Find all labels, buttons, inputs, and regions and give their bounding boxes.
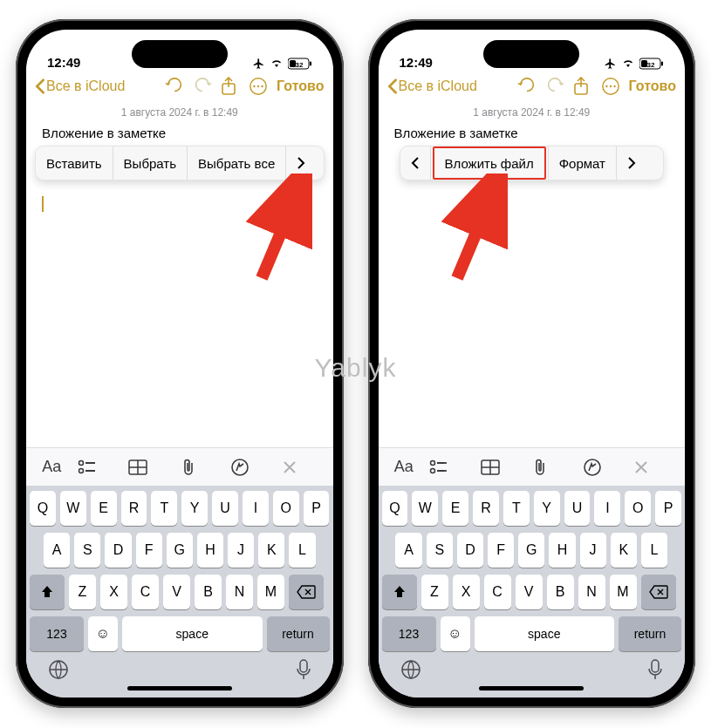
menu-format[interactable]: Формат: [549, 146, 616, 180]
markup-button[interactable]: [583, 458, 634, 477]
key-p[interactable]: P: [655, 491, 681, 526]
key-z[interactable]: Z: [421, 575, 448, 609]
key-v[interactable]: V: [163, 575, 190, 609]
key-m[interactable]: M: [257, 575, 284, 609]
key-y[interactable]: Y: [534, 491, 560, 526]
key-k[interactable]: K: [258, 533, 284, 568]
shift-key[interactable]: [382, 575, 417, 609]
key-e[interactable]: E: [442, 491, 468, 526]
key-c[interactable]: C: [132, 575, 159, 609]
key-i[interactable]: I: [594, 491, 620, 526]
format-aa-button[interactable]: Aa: [379, 458, 430, 476]
key-f[interactable]: F: [136, 533, 162, 568]
key-l[interactable]: L: [641, 533, 667, 568]
checklist-button[interactable]: [78, 459, 129, 475]
key-x[interactable]: X: [100, 575, 127, 609]
key-t[interactable]: T: [503, 491, 530, 526]
menu-paste[interactable]: Вставить: [36, 146, 113, 180]
emoji-key[interactable]: ☺: [441, 616, 470, 651]
key-w[interactable]: W: [412, 491, 438, 526]
key-b[interactable]: B: [547, 575, 574, 609]
return-key[interactable]: return: [619, 616, 681, 651]
key-s[interactable]: S: [427, 533, 453, 568]
share-button[interactable]: [221, 77, 243, 96]
return-key[interactable]: return: [267, 616, 330, 651]
emoji-key[interactable]: ☺: [88, 616, 118, 651]
phone-frame-left: 12:49 32 Все в iCloud: [16, 19, 344, 708]
key-y[interactable]: Y: [181, 491, 208, 526]
backspace-key[interactable]: [289, 575, 324, 609]
note-body[interactable]: [26, 180, 333, 447]
key-v[interactable]: V: [516, 575, 543, 609]
key-r[interactable]: R: [121, 491, 147, 526]
table-button[interactable]: [481, 459, 532, 475]
key-n[interactable]: N: [226, 575, 253, 609]
attach-button[interactable]: [531, 458, 583, 477]
close-kb-toolbar[interactable]: [282, 459, 333, 475]
back-button[interactable]: Все в iCloud: [387, 78, 477, 94]
key-f[interactable]: F: [488, 533, 514, 568]
globe-icon[interactable]: [47, 658, 70, 681]
key-u[interactable]: U: [564, 491, 591, 526]
menu-next-arrow[interactable]: [617, 146, 646, 180]
share-button[interactable]: [573, 77, 596, 96]
numeric-key[interactable]: 123: [30, 616, 84, 651]
key-o[interactable]: O: [625, 491, 651, 526]
key-n[interactable]: N: [578, 575, 605, 609]
note-title-text[interactable]: Вложение в заметке: [379, 126, 686, 140]
key-k[interactable]: K: [611, 533, 637, 568]
back-button[interactable]: Все в iCloud: [35, 78, 125, 94]
key-a[interactable]: A: [44, 533, 70, 568]
note-title-text[interactable]: Вложение в заметке: [26, 126, 333, 140]
space-key[interactable]: space: [475, 616, 615, 651]
key-i[interactable]: I: [243, 491, 269, 526]
key-p[interactable]: P: [304, 491, 330, 526]
globe-icon[interactable]: [400, 658, 422, 681]
attach-button[interactable]: [180, 458, 231, 477]
key-b[interactable]: B: [195, 575, 222, 609]
key-q[interactable]: Q: [30, 491, 56, 526]
markup-button[interactable]: [230, 458, 282, 477]
key-r[interactable]: R: [473, 491, 499, 526]
backspace-key[interactable]: [641, 575, 676, 609]
mic-icon[interactable]: [295, 658, 312, 681]
key-g[interactable]: G: [167, 533, 193, 568]
more-button[interactable]: [249, 77, 271, 96]
menu-select[interactable]: Выбрать: [113, 146, 187, 180]
key-h[interactable]: H: [549, 533, 575, 568]
key-t[interactable]: T: [151, 491, 177, 526]
key-q[interactable]: Q: [382, 491, 408, 526]
key-d[interactable]: D: [105, 533, 131, 568]
key-x[interactable]: X: [453, 575, 480, 609]
key-d[interactable]: D: [457, 533, 483, 568]
key-c[interactable]: C: [484, 575, 511, 609]
undo-button[interactable]: [165, 77, 188, 96]
key-m[interactable]: M: [610, 575, 637, 609]
key-g[interactable]: G: [518, 533, 544, 568]
note-body[interactable]: [379, 180, 686, 447]
table-button[interactable]: [128, 459, 180, 475]
mic-icon[interactable]: [646, 658, 664, 681]
key-l[interactable]: L: [289, 533, 315, 568]
key-e[interactable]: E: [91, 491, 117, 526]
done-button[interactable]: Готово: [277, 78, 324, 94]
space-key[interactable]: space: [122, 616, 263, 651]
format-aa-button[interactable]: Aa: [26, 458, 78, 476]
undo-button[interactable]: [517, 77, 540, 96]
key-j[interactable]: J: [228, 533, 254, 568]
checklist-button[interactable]: [429, 459, 481, 475]
key-s[interactable]: S: [74, 533, 100, 568]
key-j[interactable]: J: [580, 533, 606, 568]
done-button[interactable]: Готово: [629, 78, 676, 94]
key-u[interactable]: U: [212, 491, 238, 526]
key-a[interactable]: A: [395, 533, 421, 568]
key-w[interactable]: W: [60, 491, 86, 526]
key-h[interactable]: H: [197, 533, 223, 568]
shift-key[interactable]: [30, 575, 65, 609]
key-o[interactable]: O: [273, 491, 299, 526]
key-z[interactable]: Z: [69, 575, 96, 609]
numeric-key[interactable]: 123: [382, 616, 436, 651]
close-kb-toolbar[interactable]: [633, 459, 685, 475]
menu-prev-arrow[interactable]: [400, 146, 430, 180]
more-button[interactable]: [601, 77, 624, 96]
